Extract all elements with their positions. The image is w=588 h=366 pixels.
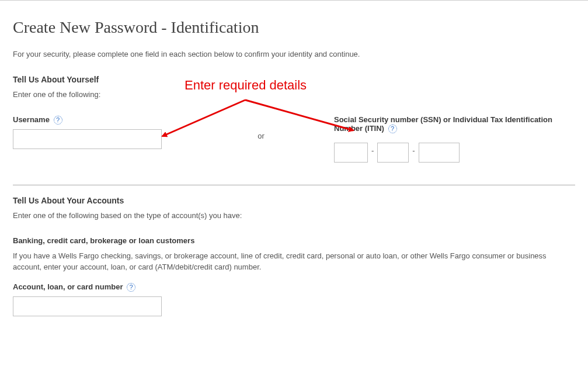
- account-label: Account, loan, or card number: [13, 282, 123, 291]
- page-container: Create New Password - Identification For…: [0, 1, 588, 340]
- ssn-label: Social Security number (SSN) or Individu…: [334, 115, 552, 133]
- ssn-input-3[interactable]: [419, 143, 460, 163]
- section1-title: Tell Us About Yourself: [13, 75, 575, 84]
- username-label: Username: [13, 115, 50, 124]
- section-divider: [13, 185, 575, 185]
- ssn-dash: -: [412, 146, 415, 155]
- username-input[interactable]: [13, 129, 162, 149]
- intro-text: For your security, please complete one f…: [13, 50, 575, 58]
- ssn-dash: -: [371, 146, 374, 155]
- identity-row: Username ? or Social Security number (SS…: [13, 115, 575, 163]
- ssn-column: Social Security number (SSN) or Individu…: [334, 115, 568, 163]
- or-separator: or: [188, 115, 334, 140]
- ssn-input-1[interactable]: [334, 143, 368, 163]
- ssn-input-group: - -: [334, 138, 568, 163]
- help-icon[interactable]: ?: [388, 125, 397, 133]
- help-icon[interactable]: ?: [54, 116, 62, 125]
- account-group-body: If you have a Wells Fargo checking, savi…: [13, 251, 573, 273]
- section1-sub: Enter one of the following:: [13, 90, 575, 99]
- account-input[interactable]: [13, 296, 162, 316]
- section2-sub: Enter one of the following based on the …: [13, 211, 575, 220]
- section2-title: Tell Us About Your Accounts: [13, 196, 575, 205]
- account-group-title: Banking, credit card, brokerage or loan …: [13, 236, 575, 245]
- ssn-input-2[interactable]: [377, 143, 409, 163]
- page-title: Create New Password - Identification: [13, 18, 575, 37]
- help-icon[interactable]: ?: [127, 283, 135, 292]
- username-column: Username ?: [13, 115, 188, 149]
